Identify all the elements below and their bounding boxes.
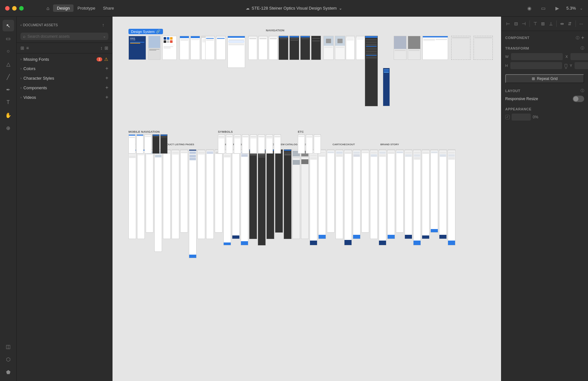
fullscreen-button[interactable]: [19, 6, 24, 11]
sidebar-item-character-styles[interactable]: › Character Styles +: [17, 73, 112, 83]
width-input[interactable]: [511, 53, 563, 60]
cursor-tool[interactable]: ↖: [3, 20, 14, 31]
component-add-button[interactable]: +: [581, 35, 584, 41]
responsive-resize-label: Responsive Resize: [505, 97, 570, 101]
traffic-lights: [5, 6, 24, 11]
add-char-style-icon[interactable]: +: [105, 75, 108, 81]
align-right-icon[interactable]: ⊣: [520, 19, 528, 28]
chevron-down-icon-zoom: ⌄: [580, 6, 583, 11]
x-input[interactable]: [570, 53, 588, 60]
sidebar-header: ‹ DOCUMENT ASSETS ↑ ⌕ ⌄: [17, 17, 112, 43]
search-row[interactable]: ⌕ ⌄: [20, 33, 108, 40]
product-frames-group: [323, 36, 345, 60]
frame-table-content: [228, 36, 245, 68]
titlebar: ⌂ Design Prototype Share ☁ STE-128 Stein…: [0, 0, 588, 17]
white-frames-group-2: [346, 36, 365, 60]
sidebar-item-components-label: Components: [23, 85, 105, 90]
align-left-icon[interactable]: ⊢: [505, 19, 512, 28]
toolbar-separator-2: [556, 20, 557, 27]
nav-label-etc: ETC: [298, 130, 304, 133]
transform-wh-row: W X: [505, 53, 584, 60]
frame-tall-blue: [383, 68, 390, 106]
nav-label-symbols: SYMBOLS: [218, 130, 233, 133]
align-top-icon[interactable]: ⊤: [531, 19, 539, 28]
opacity-row: ✓ 0%: [505, 114, 584, 121]
tab-design[interactable]: Design: [53, 4, 74, 12]
symbols-frames: [218, 134, 281, 154]
tab-share[interactable]: Share: [99, 4, 118, 12]
photo-frames-right: [394, 36, 421, 60]
user-icon[interactable]: ◉: [524, 3, 534, 13]
repeat-grid-section: ⊞ Repeat Grid: [505, 74, 584, 83]
toolbar-separator-1: [530, 20, 530, 27]
align-center-v-icon[interactable]: ⊞: [539, 19, 547, 28]
add-component-icon[interactable]: +: [105, 85, 108, 91]
zoom-tool[interactable]: ⊕: [3, 122, 14, 134]
sidebar-toolbar: ⊞ ≡ ↕ ⊞: [17, 43, 112, 53]
warning-icon: ⚠: [104, 57, 108, 62]
app-body: ↖ ▭ ○ △ ╱ ✒ T ✋ ⊕ ◫ ⬡ ⬟ ‹ DOCUMENT ASSET…: [0, 17, 588, 381]
frame-design-system-blue: DESIGN SYSTEM: [128, 36, 146, 60]
opacity-checkbox[interactable]: ✓: [505, 115, 510, 119]
opacity-value: 0%: [533, 115, 538, 119]
sidebar-item-character-styles-label: Character Styles: [23, 76, 105, 81]
responsive-resize-toggle[interactable]: [573, 96, 584, 102]
repeat-grid-button[interactable]: ⊞ Repeat Grid: [505, 74, 584, 83]
tab-prototype[interactable]: Prototype: [74, 4, 99, 12]
close-button[interactable]: [5, 6, 10, 11]
filter-icon[interactable]: ⊞: [20, 45, 24, 51]
sidebar-item-videos[interactable]: › Videos +: [17, 92, 112, 102]
canvas-content: Design System 🔗 NAVIGATION MOBILE NAVIGA…: [112, 17, 501, 381]
arrow-icon-videos: ›: [20, 96, 21, 99]
opacity-input[interactable]: [512, 114, 531, 121]
distribute-v-icon[interactable]: ⇵: [566, 19, 574, 28]
layers-panel-icon[interactable]: ◫: [3, 341, 14, 352]
hand-tool[interactable]: ✋: [3, 109, 14, 121]
missing-fonts-badge: 1: [97, 57, 102, 61]
align-center-h-icon[interactable]: ⊟: [513, 19, 520, 28]
ellipse-tool[interactable]: ○: [3, 45, 14, 57]
transform-hy-row: H Y: [505, 62, 584, 69]
sidebar-item-missing-fonts[interactable]: › Missing Fonts 1 ⚠: [17, 55, 112, 64]
search-input[interactable]: [27, 34, 101, 39]
y-input[interactable]: [575, 62, 588, 69]
more-options-icon[interactable]: ···: [578, 19, 585, 28]
device-icon[interactable]: ▭: [538, 3, 548, 13]
sidebar-item-videos-label: Videos: [23, 95, 105, 100]
sidebar-item-colors[interactable]: › Colors +: [17, 64, 112, 73]
list-icon[interactable]: ≡: [26, 45, 29, 51]
minimize-button[interactable]: [12, 6, 17, 11]
plugins-panel-icon[interactable]: ⬟: [3, 366, 14, 378]
add-color-icon[interactable]: +: [105, 66, 108, 71]
sidebar-back-button[interactable]: ‹ DOCUMENT ASSETS: [20, 23, 58, 27]
distribute-h-icon[interactable]: ⇹: [559, 19, 566, 28]
sidebar-title-row: ‹ DOCUMENT ASSETS ↑: [20, 20, 108, 30]
assets-panel-icon[interactable]: ⬡: [3, 353, 14, 365]
line-tool[interactable]: ╱: [3, 71, 14, 83]
sidebar-item-components[interactable]: › Components +: [17, 83, 112, 92]
add-video-icon[interactable]: +: [105, 94, 108, 100]
titlebar-right: ◉ ▭ ▶ 5.3% ⌄: [524, 3, 583, 13]
frame-link-icon[interactable]: 🔗: [156, 29, 160, 34]
sort-icon[interactable]: ↕: [100, 45, 103, 51]
height-input[interactable]: [510, 62, 562, 69]
lock-ratio-icon[interactable]: [565, 63, 567, 68]
mobile-nav-frames: [128, 134, 167, 154]
frame-label-design-system[interactable]: Design System 🔗: [128, 29, 163, 34]
export-icon[interactable]: ↑: [98, 20, 108, 30]
etc-frames: [298, 134, 321, 154]
grid-view-icon[interactable]: ⊞: [104, 45, 108, 51]
pen-tool[interactable]: ✒: [3, 84, 14, 95]
home-icon[interactable]: ⌂: [43, 3, 53, 13]
play-icon[interactable]: ▶: [552, 3, 562, 13]
cloud-icon: ☁: [246, 6, 250, 11]
frame-outline-1: [451, 36, 470, 60]
arrow-icon: ›: [20, 58, 21, 61]
triangle-tool[interactable]: △: [3, 58, 14, 70]
sidebar-item-colors-label: Colors: [23, 66, 105, 71]
text-tool[interactable]: T: [3, 97, 14, 108]
nav-frames-group-2: [205, 36, 226, 60]
align-bottom-icon[interactable]: ⊥: [547, 19, 554, 28]
canvas[interactable]: Design System 🔗 NAVIGATION MOBILE NAVIGA…: [112, 17, 501, 381]
rectangle-tool[interactable]: ▭: [3, 33, 14, 44]
